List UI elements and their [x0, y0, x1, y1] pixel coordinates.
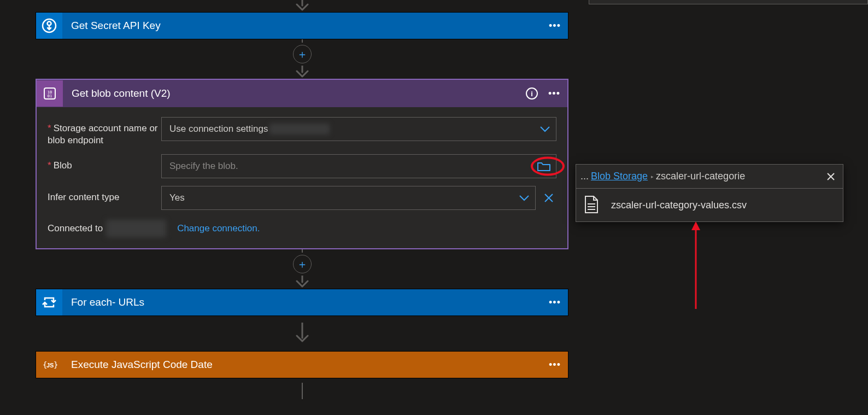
action-card-foreach[interactable]: For each- URLs ••• [36, 289, 568, 316]
change-connection-link[interactable]: Change connection. [177, 223, 260, 234]
field-label: Blob [54, 160, 72, 171]
add-step-button[interactable]: ＋ [293, 255, 312, 273]
chevron-down-icon [539, 125, 550, 133]
svg-text:01: 01 [48, 94, 52, 98]
redacted-text [106, 220, 166, 237]
dropdown-value: Yes [169, 192, 185, 203]
annotation-arrow [690, 221, 701, 309]
action-card-get-secret[interactable]: Get Secret API Key ••• [36, 12, 568, 39]
clear-field-button[interactable] [541, 190, 556, 206]
card-title: Execute JavaScript Code Date [71, 359, 213, 370]
field-label: Storage account name or blob endpoint [48, 123, 158, 145]
card-title: For each- URLs [71, 296, 144, 308]
action-card-get-blob-content: 10 01 Get blob content (V2) i ••• *Stora… [36, 79, 568, 249]
blob-file-picker: ... Blob Storage ▸ zscaler-url-categorie… [576, 164, 843, 222]
right-panel-edge [589, 0, 868, 4]
infer-content-type-dropdown[interactable]: Yes [161, 186, 536, 210]
more-menu-button[interactable]: ••• [547, 357, 562, 372]
more-menu-button[interactable]: ••• [547, 295, 562, 310]
field-label: Infer content type [48, 192, 119, 202]
dropdown-value: Use connection settings [169, 124, 268, 135]
connector-arrow-icon [295, 276, 310, 289]
card-title: Get Secret API Key [71, 20, 161, 31]
action-card-execute-js[interactable]: { JS } Execute JavaScript Code Date ••• [36, 351, 568, 378]
file-name: zscaler-url-category-values.csv [611, 200, 747, 211]
foreach-loop-icon [36, 289, 62, 315]
svg-text:}: } [54, 360, 57, 369]
breadcrumb-separator: ▸ [651, 174, 654, 179]
more-menu-button[interactable]: ••• [547, 86, 562, 101]
blob-path-input[interactable]: Specify the blob. [161, 154, 556, 178]
more-menu-button[interactable]: ••• [547, 18, 562, 33]
chevron-down-icon [519, 194, 530, 202]
breadcrumb-ellipsis[interactable]: ... [580, 171, 589, 182]
connector-arrow-icon [295, 0, 310, 12]
close-picker-button[interactable] [823, 169, 838, 184]
file-icon [584, 195, 600, 215]
folder-picker-button[interactable] [536, 160, 552, 173]
redacted-text [269, 124, 330, 135]
breadcrumb-current: zscaler-url-categorie [656, 171, 823, 182]
action-card-header[interactable]: 10 01 Get blob content (V2) i ••• [37, 80, 567, 107]
connected-to-label: Connected to [48, 223, 103, 234]
blob-storage-icon: 10 01 [37, 80, 63, 107]
info-button[interactable]: i [526, 87, 538, 100]
card-title: Get blob content (V2) [72, 87, 171, 99]
javascript-icon: { JS } [36, 352, 62, 378]
svg-text:JS: JS [46, 362, 54, 369]
picker-file-item[interactable]: zscaler-url-category-values.csv [576, 189, 843, 221]
keyvault-icon [36, 13, 62, 39]
add-step-button[interactable]: ＋ [293, 45, 312, 63]
breadcrumb-link[interactable]: Blob Storage [591, 171, 648, 182]
connector-arrow-icon [295, 66, 310, 79]
storage-account-dropdown[interactable]: Use connection settings [161, 117, 556, 141]
placeholder-text: Specify the blob. [169, 161, 238, 172]
connector-arrow-icon [295, 323, 310, 344]
